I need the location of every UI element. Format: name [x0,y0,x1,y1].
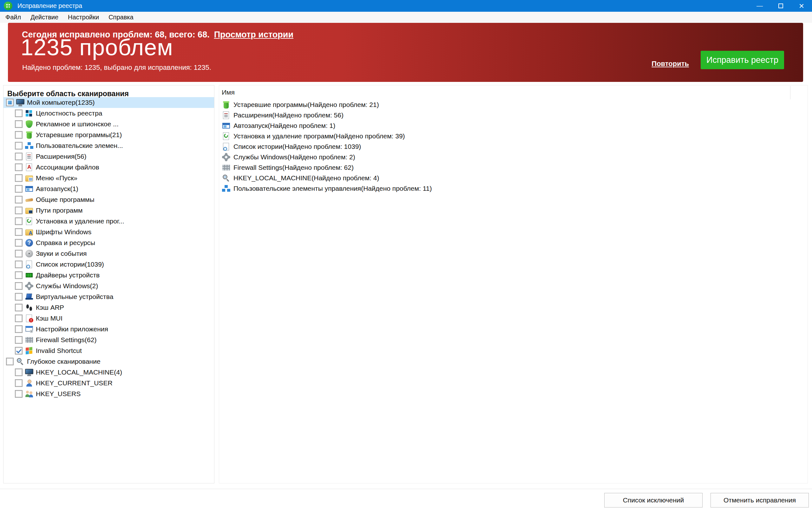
exclusions-list-button[interactable]: Список исключений [604,493,702,508]
checkbox[interactable] [15,131,23,139]
restore-button[interactable] [770,0,791,12]
result-item[interactable]: Устаревшие программы(Найдено проблем: 21… [219,99,808,110]
checkbox[interactable] [15,196,23,204]
tree-item[interactable]: Кэш MUI [3,313,214,324]
checkbox[interactable] [15,120,23,128]
view-history-link[interactable]: Просмотр истории [214,30,293,39]
tree-item[interactable]: Драйверы устройств [3,270,214,280]
checkbox[interactable] [15,304,23,312]
checkbox[interactable] [15,250,23,258]
tree-item[interactable]: Пути программ [3,205,214,216]
virtual-device-icon [25,292,34,301]
result-item[interactable]: Пользовательские элементы управления(Най… [219,183,808,194]
result-item[interactable]: Firewall Settings(Найдено проблем: 62) [219,162,808,173]
checkbox[interactable] [15,347,23,354]
tree-item[interactable]: Настройки приложения [3,324,214,334]
problems-headline: 1235 проблем [21,34,173,60]
checkbox[interactable] [15,325,23,333]
result-item-label: Firewall Settings(Найдено проблем: 62) [233,164,354,171]
tree-item-label: HKEY_CURRENT_USER [36,379,113,387]
tree-item[interactable]: Пользовательские элемен... [3,140,214,151]
checkbox[interactable] [6,99,13,106]
window-icon [222,121,231,130]
results-list: Устаревшие программы(Найдено проблем: 21… [219,99,808,194]
tree-item[interactable]: Автозапуск(1) [3,184,214,194]
checkbox[interactable] [15,217,23,225]
tree-item[interactable]: Общие программы [3,194,214,205]
tree-item[interactable]: Установка и удаление прог... [3,216,214,226]
tree-item-label: Виртуальные устройства [36,293,113,301]
checkbox[interactable] [15,163,23,171]
tree-item[interactable]: Мой компьютер(1235) [3,97,214,108]
result-item[interactable]: Установка и удаление программ(Найдено пр… [219,131,808,141]
checkbox[interactable] [15,153,23,160]
undo-fixes-button[interactable]: Отменить исправления [710,493,809,508]
history-icon [222,142,231,151]
checkbox[interactable] [15,369,23,376]
tree-item[interactable]: Шрифты Windows [3,226,214,237]
tree-item-label: Глубокое сканирование [27,358,100,365]
menu-item-action[interactable]: Действие [26,12,63,23]
recycle-icon [25,217,34,226]
checkbox[interactable] [15,109,23,117]
checkbox[interactable] [15,293,23,301]
tree-item-label: Расширения(56) [36,153,86,160]
checkbox[interactable] [15,315,23,322]
document-icon [25,152,34,161]
start-menu-icon [25,173,34,183]
tree-item[interactable]: HKEY_LOCAL_MACHINE(4) [3,367,214,378]
results-column-header[interactable]: Имя [219,88,235,96]
tree-item-label: Целостность реестра [36,109,103,117]
menu-item-settings[interactable]: Настройки [63,12,104,23]
tree-item[interactable]: Целостность реестра [3,108,214,119]
menu-item-file[interactable]: Файл [1,12,26,23]
tree-item[interactable]: Расширения(56) [3,151,214,162]
tree-item-label: Invalid Shortcut [36,347,82,354]
result-item[interactable]: Расширения(Найдено проблем: 56) [219,110,808,120]
checkbox[interactable] [15,271,23,279]
tree-item-label: Звуки и события [36,250,87,258]
minimize-button[interactable]: — [749,0,770,12]
title-bar: Исправление реестра — × [0,0,812,12]
tree-item-label: Справка и ресурсы [36,239,95,247]
checkbox[interactable] [15,379,23,387]
tree-item[interactable]: Справка и ресурсы [3,237,214,248]
checkbox[interactable] [15,207,23,214]
tree-item[interactable]: Ассоциации файлов [3,162,214,173]
repeat-link[interactable]: Повторить [651,60,689,68]
result-item[interactable]: Службы Windows(Найдено проблем: 2) [219,152,808,162]
menu-item-help[interactable]: Справка [104,12,138,23]
tree-item[interactable]: Firewall Settings(62) [3,334,214,345]
tree-item[interactable]: Службы Windows(2) [3,280,214,291]
result-item[interactable]: HKEY_LOCAL_MACHINE(Найдено проблем: 4) [219,173,808,183]
tree-item[interactable]: Звуки и события [3,248,214,259]
tree-item[interactable]: Устаревшие программы(21) [3,130,214,140]
tree-item[interactable]: Виртуальные устройства [3,291,214,302]
checkbox[interactable] [15,239,23,247]
checkbox[interactable] [15,282,23,290]
recycle-icon [222,132,231,141]
checkbox[interactable] [15,390,23,398]
checkbox[interactable] [15,261,23,268]
checkbox[interactable] [15,228,23,236]
tree-item[interactable]: Глубокое сканирование [3,356,214,367]
tree-item[interactable]: Список истории(1039) [3,259,214,270]
checkbox[interactable] [15,142,23,150]
column-divider [790,86,790,99]
tree-item[interactable]: Кэш ARP [3,302,214,313]
checkbox[interactable] [6,358,13,365]
result-item[interactable]: Автозапуск(Найдено проблем: 1) [219,120,808,131]
tree-item[interactable]: Invalid Shortcut [3,345,214,356]
tree-item[interactable]: Рекламное и шпионское ... [3,119,214,130]
close-button[interactable]: × [791,0,812,12]
checkbox[interactable] [15,336,23,344]
tree-item[interactable]: HKEY_USERS [3,388,214,399]
result-item[interactable]: Список истории(Найдено проблем: 1039) [219,141,808,152]
minimize-icon: — [756,2,763,9]
checkbox[interactable] [15,185,23,193]
tree-item-label: Пользовательские элемен... [36,142,123,150]
tree-item[interactable]: HKEY_CURRENT_USER [3,378,214,388]
checkbox[interactable] [15,174,23,182]
fix-registry-button[interactable]: Исправить реестр [701,51,784,69]
tree-item[interactable]: Меню «Пуск» [3,173,214,184]
